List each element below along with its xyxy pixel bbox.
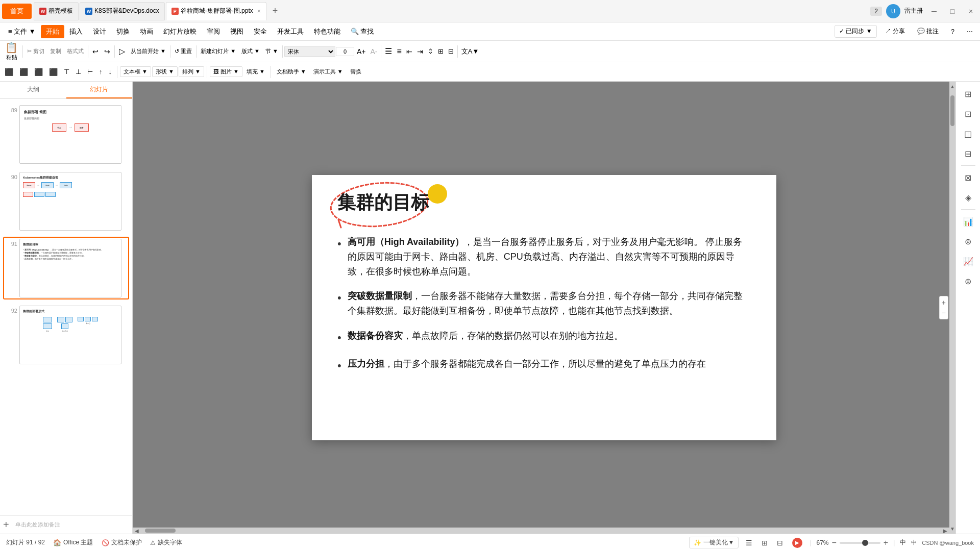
- indent-less-btn[interactable]: ⇤: [404, 46, 414, 57]
- replace-btn[interactable]: 替换: [347, 67, 364, 77]
- fill-btn[interactable]: 填充 ▼: [243, 67, 268, 77]
- scroll-bar-right[interactable]: ▲ ▼: [949, 82, 955, 534]
- right-btn-9[interactable]: 📈: [959, 252, 977, 270]
- slide-item-89[interactable]: 89 集群部署 简图 集群部署简图 节点 → 服务: [3, 103, 129, 166]
- doc-protection[interactable]: 🚫 文档未保护: [102, 538, 142, 547]
- undo-btn[interactable]: ↩: [90, 46, 101, 57]
- increase-list-btn[interactable]: ↑: [96, 67, 105, 77]
- align-justify-btn[interactable]: ⬛: [46, 67, 60, 77]
- missing-font[interactable]: ⚠ 缺失字体: [150, 538, 182, 547]
- reset-btn[interactable]: ↺ 重置: [172, 46, 194, 56]
- zoom-increase-btn[interactable]: +: [884, 538, 888, 547]
- text-dir-btn[interactable]: ⊟: [446, 46, 456, 56]
- tab-ppt[interactable]: P 谷粒商城-集群部署-图.pptx ×: [166, 2, 266, 20]
- tab-slides[interactable]: 幻灯片: [66, 82, 133, 98]
- shape-btn[interactable]: 形状 ▼: [152, 66, 178, 77]
- slide-thumb-90[interactable]: Kubernetes集群搭建选项 Master → Node → Node: [19, 172, 121, 231]
- right-btn-6[interactable]: ◈: [959, 188, 977, 207]
- font-family-select[interactable]: 宋体: [284, 46, 335, 57]
- copy-btn[interactable]: 复制: [47, 46, 64, 56]
- help-btn[interactable]: ?: [947, 27, 959, 37]
- decrease-list-btn[interactable]: ↓: [106, 67, 115, 77]
- font-size-input[interactable]: [336, 47, 354, 56]
- arrange-btn[interactable]: 排列 ▼: [179, 66, 204, 77]
- slide-item-91[interactable]: 91 集群的目标 • 高可用（High Availability），是当一台服务…: [3, 237, 129, 299]
- zoom-out-side-btn[interactable]: −: [942, 309, 946, 317]
- share-btn[interactable]: ↗ 分享: [881, 26, 909, 37]
- right-btn-5[interactable]: ⊠: [959, 168, 977, 187]
- more-btn[interactable]: ⋯: [963, 27, 977, 37]
- demo-tools-btn[interactable]: 演示工具 ▼: [310, 67, 346, 77]
- menu-security[interactable]: 安全: [249, 25, 272, 38]
- scroll-thumb-h[interactable]: [145, 529, 176, 533]
- char-spacing-btn[interactable]: 文A▼: [459, 46, 481, 57]
- right-btn-10[interactable]: ⊜: [959, 272, 977, 290]
- add-slide-btn[interactable]: +: [3, 519, 9, 531]
- home-tab[interactable]: 首页: [2, 4, 32, 19]
- view-normal-btn[interactable]: ⊞: [760, 538, 770, 548]
- comment-btn[interactable]: 💬 批注: [913, 26, 943, 37]
- menu-slideshow[interactable]: 幻灯片放映: [158, 25, 202, 38]
- menu-switch[interactable]: 切换: [111, 25, 135, 38]
- tab-outline[interactable]: 大纲: [0, 82, 66, 98]
- right-btn-2[interactable]: ⊡: [959, 105, 977, 123]
- indent-more-btn[interactable]: ⇥: [415, 46, 425, 57]
- slide-item-92[interactable]: 92 集群的部署形式 主从: [3, 304, 129, 366]
- align-bottom-btn[interactable]: ⊢: [85, 67, 95, 77]
- align-left-btn[interactable]: ⬛: [2, 67, 16, 77]
- one-click-btn[interactable]: ✨ 一键美化▼: [689, 537, 739, 548]
- zoom-decrease-btn[interactable]: −: [832, 538, 837, 547]
- view-play-btn[interactable]: ▶: [790, 537, 804, 549]
- menu-file[interactable]: ≡ 文件 ▼: [3, 25, 41, 38]
- menu-design[interactable]: 设计: [88, 25, 111, 38]
- right-btn-8[interactable]: ⊚: [959, 232, 977, 251]
- slide-item-90[interactable]: 90 Kubernetes集群搭建选项 Master → Node → Node: [3, 170, 129, 233]
- right-btn-1[interactable]: ⊞: [959, 85, 977, 103]
- play-btn[interactable]: ▷: [116, 45, 128, 57]
- tab-word[interactable]: W K8S部署&DevOps.docx: [80, 2, 165, 20]
- tab-wps[interactable]: W 稻壳模板: [34, 2, 79, 20]
- align-center-btn[interactable]: ⬛: [17, 67, 31, 77]
- menu-features[interactable]: 特色功能: [309, 25, 346, 38]
- section-btn[interactable]: 节 ▼: [263, 46, 281, 56]
- minimize-btn[interactable]: ─: [927, 4, 941, 18]
- font-decrease-btn[interactable]: A-: [368, 46, 379, 57]
- scroll-bar-bottom[interactable]: ◀ ▶: [133, 528, 949, 534]
- menu-review[interactable]: 审阅: [202, 25, 225, 38]
- office-theme[interactable]: 🏠 Office 主题: [53, 538, 93, 547]
- menu-animate[interactable]: 动画: [135, 25, 158, 38]
- align-right-btn[interactable]: ⬛: [32, 67, 45, 77]
- align-middle-btn[interactable]: ⊥: [73, 67, 84, 77]
- format-btn[interactable]: 格式式: [64, 46, 86, 56]
- align-top-btn[interactable]: ⊤: [61, 67, 72, 77]
- doc-assistant-btn[interactable]: 文档助手 ▼: [274, 67, 309, 77]
- sync-btn[interactable]: ✓ 已同步 ▼: [835, 25, 877, 38]
- zoom-in-side-btn[interactable]: +: [942, 298, 946, 307]
- cut-btn[interactable]: ✂ 剪切: [24, 46, 47, 56]
- slide-thumb-91[interactable]: 集群的目标 • 高可用（High Availability），是当一台服务器停止…: [19, 239, 121, 297]
- font-increase-btn[interactable]: A+: [355, 46, 368, 57]
- slide-canvas[interactable]: 集群的目标 • 高可用（High Availability），是当一台服务器停止…: [312, 175, 776, 440]
- menu-start[interactable]: 开始: [41, 25, 64, 38]
- menu-search[interactable]: 🔍 查找: [346, 25, 379, 38]
- paste-btn[interactable]: 📋 粘贴: [2, 40, 21, 62]
- num-list-btn[interactable]: ≡: [395, 46, 403, 57]
- column-btn[interactable]: ⊞: [436, 46, 446, 56]
- redo-btn[interactable]: ↪: [102, 46, 113, 57]
- menu-insert[interactable]: 插入: [64, 25, 88, 38]
- maximize-btn[interactable]: □: [945, 4, 960, 18]
- menu-view[interactable]: 视图: [225, 25, 249, 38]
- menu-dev[interactable]: 开发工具: [272, 25, 309, 38]
- text-box-btn[interactable]: 文本框 ▼: [120, 66, 151, 77]
- zoom-slider-thumb[interactable]: [862, 540, 868, 546]
- right-btn-3[interactable]: ◫: [959, 124, 977, 143]
- close-btn[interactable]: ×: [964, 4, 978, 18]
- right-btn-4[interactable]: ⊟: [959, 144, 977, 163]
- view-list-btn[interactable]: ☰: [744, 538, 754, 548]
- bullet-list-btn[interactable]: ☰: [383, 45, 394, 57]
- right-btn-7[interactable]: 📊: [959, 212, 977, 231]
- slide-thumb-92[interactable]: 集群的部署形式 主从 中心: [19, 306, 121, 364]
- view-grid-btn[interactable]: ⊟: [775, 538, 785, 548]
- layout-btn[interactable]: 版式 ▼: [239, 46, 262, 56]
- image-btn[interactable]: 🖼 图片 ▼: [210, 66, 242, 77]
